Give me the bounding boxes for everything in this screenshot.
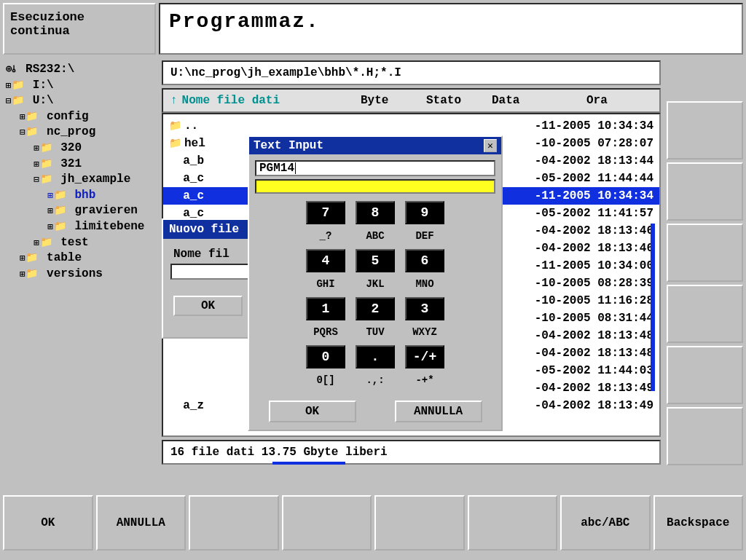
keypad-key[interactable]: 0	[306, 345, 345, 368]
folder-icon	[40, 141, 54, 154]
folder-icon	[54, 204, 68, 217]
expand-icon[interactable]	[34, 141, 39, 154]
tree-item[interactable]: 321	[6, 157, 153, 173]
file-meta: -10-2005 11:16:28	[535, 294, 653, 307]
tree-item[interactable]: versions	[6, 267, 153, 283]
col-stato[interactable]: Stato	[426, 94, 492, 107]
expand-icon[interactable]	[6, 79, 12, 92]
folder-tree[interactable]: RS232:\ I:\ U:\ config nc_prog 320 321 j…	[3, 58, 156, 492]
keypad-label: TUV	[356, 326, 395, 339]
file-meta: -04-2002 18:13:49	[535, 399, 653, 412]
folder-icon	[25, 110, 39, 123]
column-header[interactable]: ↑ Nome file dati Byte Stato Data Ora	[162, 88, 661, 113]
keypad-key[interactable]: 2	[356, 297, 395, 320]
collapse-icon[interactable]	[34, 173, 39, 186]
file-meta: -04-2002 18:13:49	[535, 382, 653, 395]
text-input-preview	[255, 179, 495, 194]
tree-item[interactable]: U:\	[6, 93, 153, 109]
file-spacer	[169, 189, 183, 202]
file-spacer	[169, 364, 183, 377]
rs232-icon	[6, 63, 18, 76]
text-input-dialog: Text Input ✕ PGM14 789_?ABCDEF456GHIJKLM…	[248, 135, 503, 431]
scrollbar-thumb[interactable]	[651, 224, 655, 391]
file-spacer	[169, 399, 183, 412]
tree-item[interactable]: gravieren	[6, 203, 153, 219]
file-meta: -10-2005 08:28:39	[535, 277, 653, 290]
side-softkey-6[interactable]	[667, 407, 743, 465]
expand-icon[interactable]	[48, 189, 54, 202]
tree-item[interactable]: I:\	[6, 78, 153, 94]
keypad-key[interactable]: 4	[306, 249, 345, 272]
side-softkey-4[interactable]	[667, 285, 743, 343]
keypad-key[interactable]: 5	[356, 249, 395, 272]
file-spacer	[169, 347, 183, 360]
expand-icon[interactable]	[34, 157, 39, 170]
keypad-label: GHI	[306, 278, 345, 291]
folder-icon	[54, 220, 68, 233]
expand-icon[interactable]	[48, 220, 54, 233]
text-input-field[interactable]: PGM14	[255, 160, 495, 176]
side-softkey-1[interactable]	[667, 101, 743, 159]
file-meta: -04-2002 18:13:46	[535, 224, 653, 237]
new-file-ok-button[interactable]: OK	[173, 296, 243, 316]
softkey-8[interactable]: Backspace	[653, 495, 744, 551]
folder-icon	[169, 119, 184, 133]
file-spacer	[169, 382, 183, 395]
keypad-label: _?	[306, 230, 345, 243]
tree-item[interactable]: jh_example	[6, 172, 153, 188]
file-meta: -05-2002 11:44:44	[535, 172, 653, 185]
col-data[interactable]: Data	[492, 94, 586, 107]
path-display: U:\nc_prog\jh_example\bhb\*.H;*.I	[162, 60, 661, 85]
softkey-1[interactable]: OK	[3, 495, 93, 551]
keypad-label: ABC	[356, 230, 395, 243]
keypad-key[interactable]: 6	[405, 249, 444, 272]
keypad: 789_?ABCDEF456GHIJKLMNO123PQRSTUVWXYZ0.-…	[249, 201, 501, 387]
file-meta: -10-2005 07:28:07	[535, 137, 653, 150]
tree-item[interactable]: nc_prog	[6, 125, 153, 141]
keypad-key[interactable]: -/+	[405, 345, 444, 368]
col-name[interactable]: Nome file dati	[182, 94, 280, 107]
softkey-3[interactable]	[189, 495, 279, 551]
expand-icon[interactable]	[48, 204, 54, 217]
col-byte[interactable]: Byte	[361, 94, 426, 107]
keypad-key[interactable]: 9	[405, 201, 444, 224]
file-meta: -04-2002 18:13:46	[535, 242, 653, 255]
softkey-5[interactable]	[374, 495, 465, 551]
softkey-4[interactable]	[282, 495, 372, 551]
folder-icon	[25, 251, 39, 264]
keypad-key[interactable]: 7	[306, 201, 345, 224]
side-softkey-5[interactable]	[667, 346, 743, 404]
keypad-key[interactable]: 3	[405, 297, 444, 320]
page-title: Programmaz.	[159, 3, 743, 55]
side-softkey-2[interactable]	[667, 162, 743, 221]
side-softkeys	[667, 58, 743, 492]
file-row[interactable]: ..-11-2005 10:34:34	[163, 117, 659, 135]
col-ora[interactable]: Ora	[586, 94, 652, 107]
text-input-ok-button[interactable]: OK	[269, 401, 356, 422]
expand-icon[interactable]	[34, 236, 39, 249]
tree-item[interactable]: table	[6, 251, 153, 267]
text-input-cancel-button[interactable]: ANNULLA	[395, 401, 482, 422]
keypad-key[interactable]: 8	[356, 201, 395, 224]
softkey-6[interactable]	[468, 495, 558, 551]
tree-item[interactable]: test	[6, 235, 153, 251]
file-name: ..	[184, 119, 272, 133]
side-softkey-3[interactable]	[667, 224, 743, 282]
keypad-label: MNO	[405, 278, 444, 291]
tree-item[interactable]: config	[6, 109, 153, 125]
file-meta: -04-2002 18:13:44	[535, 154, 653, 167]
folder-icon	[25, 267, 39, 280]
keypad-key[interactable]: 1	[306, 297, 345, 320]
keypad-key[interactable]: .	[356, 345, 395, 368]
sort-arrow-icon: ↑	[170, 94, 178, 107]
tree-item[interactable]: bhb	[6, 188, 153, 204]
file-meta: -11-2005 10:34:34	[535, 189, 653, 202]
softkey-2[interactable]: ANNULLA	[96, 495, 186, 551]
softkey-7[interactable]: abc/ABC	[560, 495, 651, 551]
collapse-icon[interactable]	[6, 94, 12, 107]
tree-item[interactable]: RS232:\	[6, 62, 153, 78]
progress-indicator	[272, 462, 345, 465]
close-icon[interactable]: ✕	[484, 139, 497, 152]
tree-item[interactable]: 320	[6, 141, 153, 157]
tree-item[interactable]: limitebene	[6, 219, 153, 235]
